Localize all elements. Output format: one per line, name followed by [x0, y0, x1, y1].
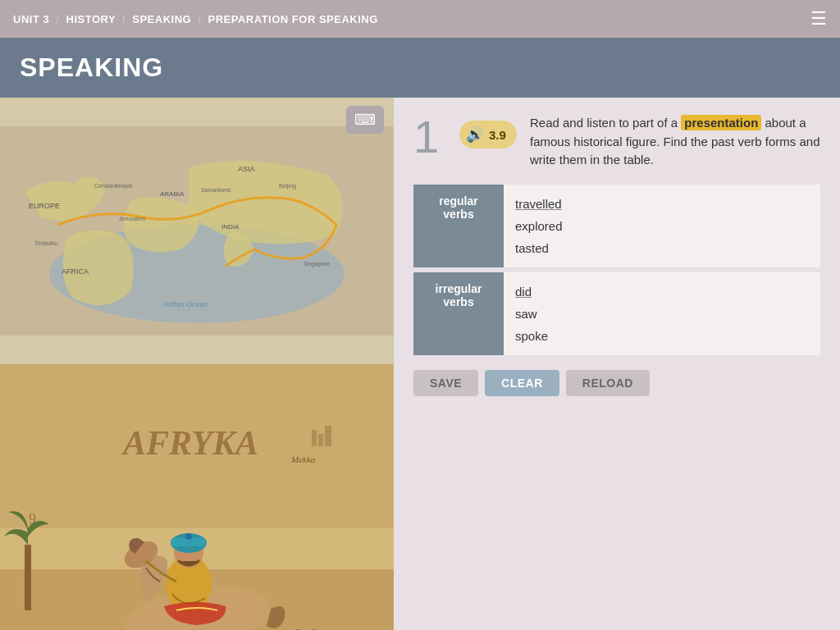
irregular-word-2: saw: [515, 307, 537, 321]
svg-rect-38: [318, 434, 323, 446]
instruction-part1: Read and listen to part of a: [530, 116, 678, 130]
irregular-verbs-label: irregularverbs: [413, 272, 504, 355]
reload-button[interactable]: RELOAD: [566, 370, 650, 396]
breadcrumb: UNIT 3 / HISTORY / SPEAKING / PREPARATIO…: [13, 13, 378, 25]
svg-text:AFRYKA: AFRYKA: [121, 424, 258, 462]
svg-text:Constantinople: Constantinople: [94, 183, 133, 189]
sep3: /: [198, 13, 201, 25]
sep1: /: [56, 13, 59, 25]
map-image: EUROPE AFRICA ASIA ARABIA INDIA Timbuktu…: [0, 98, 394, 364]
regular-verbs-row: regularverbs travelled explored tasted: [413, 185, 820, 267]
svg-text:Timbuktu: Timbuktu: [34, 240, 58, 246]
exercise-header: 1 🔊 3.9 Read and listen to part of a pre…: [413, 114, 820, 170]
svg-text:9: 9: [29, 511, 36, 527]
svg-text:ASIA: ASIA: [238, 165, 255, 173]
highlight-word: presentation: [681, 115, 761, 130]
save-button[interactable]: SAVE: [413, 370, 478, 396]
svg-rect-33: [25, 545, 31, 610]
unit-label: UNIT 3: [13, 13, 49, 25]
svg-text:ARABIA: ARABIA: [160, 190, 185, 198]
regular-word-1: travelled: [515, 197, 562, 211]
left-panel: ⌨ EUROPE AFRI: [0, 98, 394, 630]
sep2: /: [122, 13, 126, 25]
speaker-icon: 🔊: [466, 126, 484, 144]
svg-text:Jerusalem: Jerusalem: [119, 216, 145, 221]
regular-word-2: explored: [515, 219, 563, 233]
svg-text:Samarkand: Samarkand: [201, 187, 231, 193]
audio-track-number: 3.9: [489, 128, 506, 142]
svg-text:Singapore: Singapore: [304, 261, 330, 267]
exercise-number: 1: [413, 114, 446, 160]
right-panel: 1 🔊 3.9 Read and listen to part of a pre…: [394, 98, 840, 630]
regular-verbs-content[interactable]: travelled explored tasted: [504, 185, 820, 267]
main-content: ⌨ EUROPE AFRI: [0, 98, 840, 630]
svg-text:Indian Ocean: Indian Ocean: [164, 300, 208, 308]
svg-rect-39: [325, 426, 331, 446]
titlebar: SPEAKING: [0, 38, 840, 98]
audio-button[interactable]: 🔊 3.9: [459, 121, 517, 148]
speaking-label: SPEAKING: [132, 13, 191, 25]
svg-text:EUROPE: EUROPE: [29, 202, 60, 210]
svg-text:Mekka: Mekka: [290, 454, 316, 464]
clear-button[interactable]: CLEAR: [485, 370, 559, 396]
keyboard-icon[interactable]: ⌨: [346, 106, 384, 134]
page-title: SPEAKING: [20, 52, 820, 83]
menu-icon[interactable]: ☰: [810, 8, 827, 30]
regular-word-3: tasted: [515, 241, 549, 255]
historical-figure-image: AFRYKA: [0, 364, 394, 630]
irregular-word-3: spoke: [515, 329, 548, 343]
verbs-table: regularverbs travelled explored tasted i…: [413, 185, 820, 355]
svg-text:INDIA: INDIA: [221, 223, 240, 231]
irregular-verbs-content[interactable]: did saw spoke: [504, 272, 820, 355]
svg-text:AFRICA: AFRICA: [62, 267, 89, 276]
prep-label: PREPARATION FOR SPEAKING: [208, 13, 378, 25]
history-label: HISTORY: [66, 13, 116, 25]
svg-rect-37: [312, 430, 317, 446]
svg-text:Beijing: Beijing: [279, 183, 296, 189]
action-buttons: SAVE CLEAR RELOAD: [413, 370, 820, 396]
regular-verbs-label: regularverbs: [413, 185, 504, 267]
topbar: UNIT 3 / HISTORY / SPEAKING / PREPARATIO…: [0, 0, 840, 38]
irregular-verbs-row: irregularverbs did saw spoke: [413, 272, 820, 355]
exercise-instruction: Read and listen to part of a presentatio…: [530, 114, 820, 170]
svg-point-32: [185, 533, 192, 540]
irregular-word-1: did: [515, 285, 532, 299]
